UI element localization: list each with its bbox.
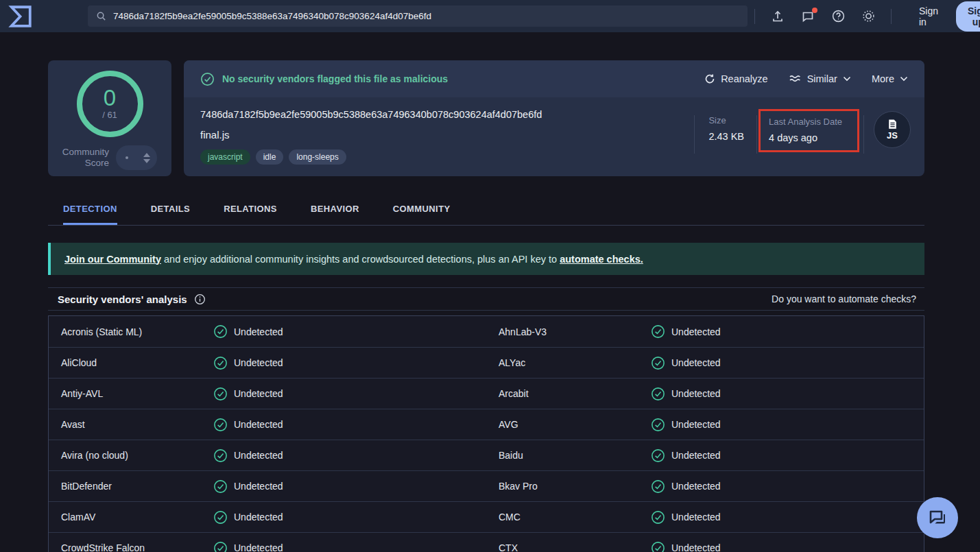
vendor-status: Undetected [651, 324, 721, 339]
table-row: Avast Undetected AVG Undetected [49, 409, 924, 440]
tab-behavior[interactable]: BEHAVIOR [311, 197, 359, 225]
vendor-status: Undetected [651, 479, 721, 494]
score-positives: 0 [104, 88, 116, 108]
join-community-link[interactable]: Join our Community [64, 254, 161, 265]
tag-long-sleeps[interactable]: long-sleeps [289, 149, 346, 165]
vendors-table: Acronis (Static ML) Undetected AhnLab-V3… [48, 315, 924, 552]
vendor-status: Undetected [213, 448, 283, 463]
vendor-name: ALYac [499, 357, 651, 368]
vendor-cell-left: Antiy-AVL Undetected [49, 379, 486, 409]
vendor-status: Undetected [651, 356, 721, 370]
file-size-block: Size 2.43 KB [695, 111, 756, 142]
vendor-cell-right: AVG Undetected [486, 409, 924, 440]
upload-icon[interactable] [770, 9, 785, 24]
sign-up-button[interactable]: Sign up [956, 1, 980, 32]
status-text: Undetected [671, 542, 721, 552]
file-type-badge: JS [874, 111, 911, 148]
check-circle-icon [213, 479, 228, 494]
vendor-cell-left: ClamAV Undetected [49, 502, 486, 532]
file-name[interactable]: final.js [200, 129, 694, 141]
tab-bar: DETECTION DETAILS RELATIONS BEHAVIOR COM… [48, 197, 924, 226]
table-row: BitDefender Undetected Bkav Pro Undetect… [49, 470, 924, 501]
vendor-status: Undetected [213, 418, 283, 432]
info-icon[interactable] [194, 293, 206, 305]
check-circle-icon [213, 324, 228, 339]
community-vote-widget[interactable] [116, 145, 157, 170]
automate-checks-prompt[interactable]: Do you want to automate checks? [772, 293, 916, 304]
chevron-down-icon [900, 76, 908, 82]
size-value: 2.43 KB [708, 131, 744, 142]
status-text: Undetected [671, 357, 721, 368]
status-text: Undetected [671, 481, 721, 492]
vendor-name: Bkav Pro [499, 481, 651, 492]
check-circle-icon [651, 418, 665, 432]
last-analysis-label: Last Analysis Date [769, 117, 842, 127]
search-input[interactable] [113, 11, 739, 21]
vendor-name: Baidu [499, 450, 651, 461]
theme-toggle-icon[interactable] [861, 9, 876, 24]
vendor-cell-right: ALYac Undetected [486, 348, 924, 378]
file-sha256[interactable]: 7486da7182f5b9ea2fe59005b9c5388e63a74963… [200, 109, 694, 120]
chat-icon [927, 508, 948, 527]
vendor-name: AliCloud [61, 357, 213, 368]
check-circle-icon [651, 387, 665, 401]
automate-checks-link[interactable]: automate checks. [560, 254, 643, 265]
notification-dot [812, 8, 817, 13]
table-row: Acronis (Static ML) Undetected AhnLab-V3… [49, 316, 924, 347]
detection-score-ring: 0 / 61 [77, 71, 143, 137]
status-text: Undetected [234, 481, 283, 492]
tab-detection[interactable]: DETECTION [63, 197, 117, 225]
check-circle-icon [200, 72, 215, 86]
status-text: Undetected [671, 326, 721, 337]
vote-down-icon[interactable] [143, 159, 150, 163]
virustotal-logo-icon[interactable] [7, 3, 34, 29]
table-row: Avira (no cloud) Undetected Baidu Undete… [49, 440, 924, 470]
analysis-title: Security vendors' analysis [58, 293, 187, 305]
tag-javascript[interactable]: javascript [200, 149, 250, 165]
divider [863, 115, 864, 154]
sign-in-link[interactable]: Sign in [919, 5, 938, 27]
tab-community[interactable]: COMMUNITY [393, 197, 451, 225]
vendor-cell-left: CrowdStrike Falcon Undetected [49, 533, 486, 552]
vendor-cell-right: Baidu Undetected [486, 440, 924, 470]
status-text: Undetected [234, 512, 283, 523]
vendor-name: Avast [61, 419, 213, 430]
vendor-name: Arcabit [499, 388, 651, 399]
vendor-cell-left: Acronis (Static ML) Undetected [49, 316, 486, 347]
file-summary-card: No security vendors flagged this file as… [184, 60, 924, 176]
top-bar: Sign in Sign up [0, 0, 980, 32]
vendor-status: Undetected [651, 387, 721, 401]
feedback-icon[interactable] [800, 9, 815, 24]
vendor-status: Undetected [213, 510, 283, 525]
more-button[interactable]: More [872, 73, 908, 84]
status-text: Undetected [234, 450, 283, 461]
help-icon[interactable] [830, 9, 846, 24]
tab-details[interactable]: DETAILS [151, 197, 190, 225]
annotation-highlight-box: Last Analysis Date 4 days ago [758, 109, 859, 152]
community-banner: Join our Community and enjoy additional … [48, 243, 924, 275]
check-circle-icon [213, 387, 228, 401]
chat-fab-button[interactable] [917, 497, 958, 538]
last-analysis-value: 4 days ago [769, 132, 842, 143]
reanalyze-button[interactable]: Reanalyze [704, 73, 768, 84]
tag-idle[interactable]: idle [256, 149, 284, 165]
vendor-name: AhnLab-V3 [499, 326, 651, 337]
check-circle-icon [651, 324, 665, 339]
status-text: Undetected [234, 419, 283, 430]
vendor-name: ClamAV [61, 512, 213, 523]
similar-button[interactable]: Similar [789, 73, 851, 84]
vendor-name: CTX [499, 542, 651, 552]
score-card: 0 / 61 Community Score [48, 60, 171, 176]
verdict-strip: No security vendors flagged this file as… [184, 60, 924, 97]
vote-up-icon[interactable] [143, 153, 150, 157]
file-tags: javascript idle long-sleeps [200, 149, 694, 165]
check-circle-icon [213, 510, 228, 525]
status-text: Undetected [671, 512, 721, 523]
analysis-section-header: Security vendors' analysis Do you want t… [48, 287, 924, 311]
refresh-icon [704, 73, 715, 84]
table-row: ClamAV Undetected CMC Undetected [49, 501, 924, 532]
chevron-down-icon [843, 76, 851, 82]
similar-icon [789, 74, 802, 84]
table-row: AliCloud Undetected ALYac Undetected [49, 347, 924, 378]
tab-relations[interactable]: RELATIONS [224, 197, 277, 225]
